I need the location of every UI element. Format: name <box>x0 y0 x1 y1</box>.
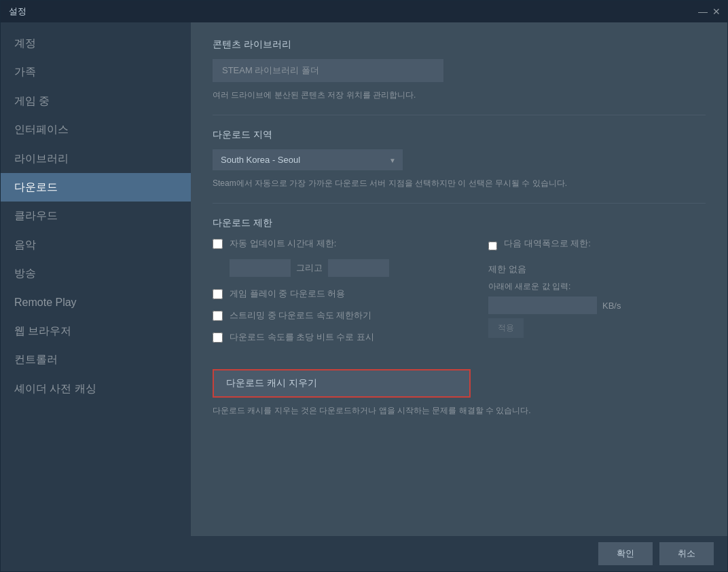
download-region-row: South Korea - Seoul <box>213 149 706 170</box>
apply-button[interactable]: 적용 <box>488 318 524 338</box>
bandwidth-input[interactable] <box>488 297 597 314</box>
streaming-limit-checkbox[interactable] <box>213 311 223 321</box>
region-select[interactable]: South Korea - Seoul <box>213 149 403 170</box>
cache-clear-button[interactable]: 다운로드 캐시 지우기 <box>213 369 471 398</box>
sidebar-item-remoteplay[interactable]: Remote Play <box>1 288 191 317</box>
content-area: 계정 가족 게임 중 인터페이스 라이브러리 다운로드 클라우드 음악 방송 R… <box>1 22 727 536</box>
streaming-limit-row: 스트리밍 중 다운로드 속도 제한하기 <box>213 309 461 322</box>
bandwidth-limit-checkbox[interactable] <box>488 242 497 250</box>
sidebar-item-music[interactable]: 음악 <box>1 231 191 259</box>
enter-value-label: 아래에 새로운 값 입력: <box>488 281 706 292</box>
cache-clear-section: 다운로드 캐시 지우기 다운로드 캐시를 지우는 것은 다운로드하거나 앱을 시… <box>213 369 706 417</box>
sidebar-item-browser[interactable]: 웹 브라우저 <box>1 317 191 345</box>
time-inputs: 그리고 <box>230 259 461 277</box>
minimize-button[interactable]: — <box>697 6 708 17</box>
and-label: 그리고 <box>296 262 323 274</box>
gameplay-download-row: 게임 플레이 중 다운로드 허용 <box>213 288 461 300</box>
right-limit-row: 다음 대역폭으로 제한: <box>488 237 706 254</box>
download-limit-title: 다운로드 제한 <box>213 217 706 229</box>
speed-display-label: 다운로드 속도를 초당 비트 수로 표시 <box>230 331 374 343</box>
sidebar-item-shadercache[interactable]: 셰이더 사전 캐싱 <box>1 375 191 403</box>
sidebar-item-broadcast[interactable]: 방송 <box>1 259 191 288</box>
limit-right: 다음 대역폭으로 제한: 제한 없음 아래에 새로운 값 입력: KB/s 적용 <box>488 237 706 353</box>
region-desc: Steam에서 자동으로 가장 가까운 다운로드 서버 지점을 선택하지만 이 … <box>213 177 706 189</box>
gameplay-download-label: 게임 플레이 중 다운로드 허용 <box>230 288 345 300</box>
no-limit-label: 제한 없음 <box>488 263 706 275</box>
auto-update-row: 자동 업데이트 시간대 제한: <box>213 237 461 250</box>
close-button[interactable]: ✕ <box>711 6 722 17</box>
divider-2 <box>213 203 706 204</box>
speed-display-row: 다운로드 속도를 초당 비트 수로 표시 <box>213 331 461 343</box>
auto-update-checkbox[interactable] <box>213 239 223 249</box>
settings-window: 설정 — ✕ 계정 가족 게임 중 인터페이스 라이브러리 다운로드 클라우드 … <box>0 0 728 572</box>
download-region-title: 다운로드 지역 <box>213 129 706 141</box>
cache-desc: 다운로드 캐시를 지우는 것은 다운로드하거나 앱을 시작하는 문제를 해결할 … <box>213 404 706 417</box>
sidebar: 계정 가족 게임 중 인터페이스 라이브러리 다운로드 클라우드 음악 방송 R… <box>1 22 191 536</box>
time-end-input[interactable] <box>328 259 389 277</box>
bandwidth-unit: KB/s <box>602 301 621 311</box>
sidebar-item-account[interactable]: 계정 <box>1 29 191 58</box>
speed-display-checkbox[interactable] <box>213 332 223 343</box>
auto-update-label: 자동 업데이트 시간대 제한: <box>230 237 336 250</box>
cancel-button[interactable]: 취소 <box>659 542 714 565</box>
right-limit-label: 다음 대역폭으로 제한: <box>504 237 591 250</box>
sidebar-item-library[interactable]: 라이브러리 <box>1 145 191 173</box>
limit-row: 자동 업데이트 시간대 제한: 그리고 게임 플레이 중 다운로드 허용 스트리… <box>213 237 706 353</box>
streaming-limit-label: 스트리밍 중 다운로드 속도 제한하기 <box>230 309 371 322</box>
confirm-button[interactable]: 확인 <box>598 542 653 565</box>
sidebar-item-ingame[interactable]: 게임 중 <box>1 87 191 115</box>
window-title: 설정 <box>6 5 26 18</box>
region-select-wrapper: South Korea - Seoul <box>213 149 403 170</box>
limit-left: 자동 업데이트 시간대 제한: 그리고 게임 플레이 중 다운로드 허용 스트리… <box>213 237 461 353</box>
title-bar: 설정 — ✕ <box>1 1 727 22</box>
main-panel: 콘텐츠 라이브러리 STEAM 라이브러리 폴더 여러 드라이브에 분산된 콘텐… <box>191 22 727 536</box>
sidebar-item-controller[interactable]: 컨트롤러 <box>1 345 191 374</box>
divider-1 <box>213 115 706 115</box>
gameplay-download-checkbox[interactable] <box>213 289 223 299</box>
library-desc: 여러 드라이브에 분산된 콘텐츠 저장 위치를 관리합니다. <box>213 89 706 101</box>
sidebar-item-cloud[interactable]: 클라우드 <box>1 202 191 230</box>
steam-library-button[interactable]: STEAM 라이브러리 폴더 <box>213 59 443 82</box>
bandwidth-row: KB/s <box>488 297 706 314</box>
content-library-title: 콘텐츠 라이브러리 <box>213 39 706 51</box>
sidebar-item-download[interactable]: 다운로드 <box>1 173 191 202</box>
footer: 확인 취소 <box>1 536 727 571</box>
time-start-input[interactable] <box>230 259 291 277</box>
sidebar-item-family[interactable]: 가족 <box>1 58 191 86</box>
sidebar-item-interface[interactable]: 인터페이스 <box>1 115 191 144</box>
title-controls: — ✕ <box>697 6 722 17</box>
